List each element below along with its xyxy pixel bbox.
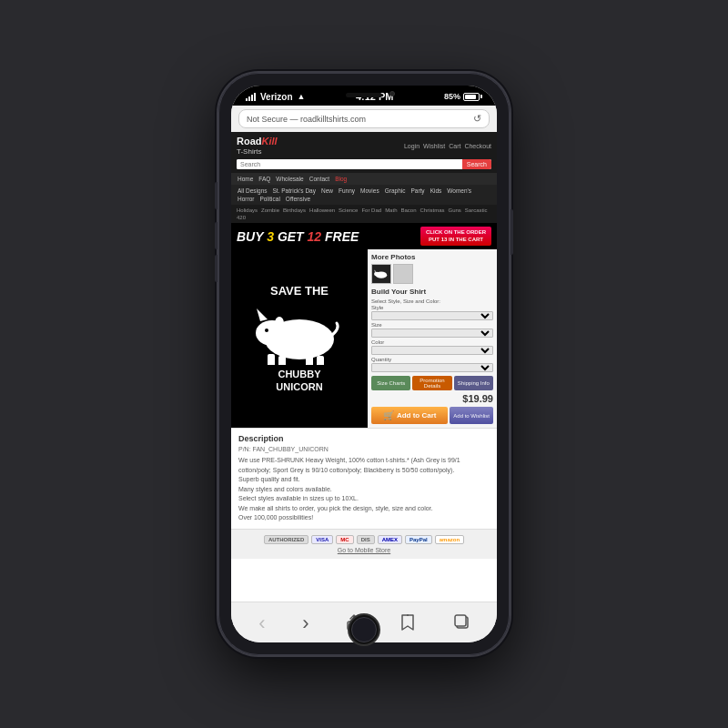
- search-bar[interactable]: Search: [237, 159, 491, 169]
- cart-row: 🛒 Add to Cart Add to Wishlist: [371, 407, 493, 424]
- add-to-cart-button[interactable]: 🛒 Add to Cart: [371, 407, 448, 424]
- shipping-info-button[interactable]: Shipping Info: [454, 376, 493, 390]
- signal-bar-4: [254, 93, 256, 101]
- svg-point-8: [265, 329, 268, 332]
- payment-amazon: amazon: [435, 535, 464, 544]
- subnav-fordad[interactable]: For Dad: [359, 207, 383, 214]
- payment-visa: VISA: [311, 535, 333, 544]
- select-color[interactable]: [371, 346, 493, 355]
- description-area: Description P/N: FAN_CHUBBY_UNICORN We u…: [231, 428, 497, 529]
- svg-rect-5: [306, 354, 313, 365]
- site-header: RoadKill T-Shirts Login Wishlist Cart Ch…: [231, 132, 497, 173]
- subnav-christmas[interactable]: Christmas: [418, 207, 446, 214]
- home-button-inner: [351, 617, 377, 642]
- payment-mc: MC: [336, 535, 353, 544]
- all-designs-nav: All Designs St. Patrick's Day New Funny …: [231, 185, 497, 205]
- battery-percent: 85%: [444, 92, 460, 101]
- price-row: $19.99: [371, 393, 493, 404]
- subnav-bacon[interactable]: Bacon: [399, 207, 418, 214]
- nav-all-designs[interactable]: All Designs: [235, 187, 270, 195]
- nav-political[interactable]: Political: [257, 195, 282, 203]
- header-cart[interactable]: Cart: [449, 143, 460, 149]
- browser-tabs-button[interactable]: [448, 612, 475, 635]
- subnav-halloween[interactable]: Halloween: [308, 207, 337, 214]
- label-size: Size: [371, 322, 493, 328]
- reload-button[interactable]: ↺: [473, 113, 481, 125]
- nav-stpatricks[interactable]: St. Patrick's Day: [270, 187, 318, 195]
- label-style: Style: [371, 305, 493, 310]
- browser-back-button[interactable]: ‹: [253, 610, 270, 637]
- select-style[interactable]: [371, 311, 493, 320]
- status-left: Verizon ▲: [246, 92, 306, 102]
- svg-rect-4: [278, 356, 286, 365]
- logo-sub: T-Shirts: [237, 147, 278, 157]
- sub-nav: Holidays Zombie Birthdays Halloween Scie…: [231, 205, 497, 223]
- nav-party[interactable]: Party: [408, 187, 427, 195]
- nav-home[interactable]: Home: [235, 175, 256, 183]
- subnav-birthdays[interactable]: Birthdays: [281, 207, 308, 214]
- header-wishlist[interactable]: Wishlist: [423, 143, 445, 149]
- battery-tip: [480, 95, 482, 98]
- subnav-guns[interactable]: Guns: [447, 207, 463, 214]
- browser-bookmarks-button[interactable]: [394, 611, 421, 636]
- search-button[interactable]: Search: [462, 159, 491, 169]
- battery-fill: [465, 95, 476, 99]
- subnav-420[interactable]: 420: [235, 214, 248, 221]
- subnav-sarcastic[interactable]: Sarcastic: [463, 207, 490, 214]
- nav-horror[interactable]: Horror: [235, 195, 257, 203]
- select-size[interactable]: [371, 329, 493, 338]
- browser-forward-button[interactable]: ›: [297, 610, 314, 637]
- nav-graphic[interactable]: Graphic: [382, 187, 409, 195]
- nav-contact[interactable]: Contact: [307, 175, 332, 183]
- action-buttons: Size Charts Promotion Details Shipping I…: [371, 376, 493, 390]
- thumb-2[interactable]: [393, 264, 413, 284]
- subnav-math[interactable]: Math: [383, 207, 399, 214]
- description-text: We use PRE-SHRUNK Heavy Weight, 100% cot…: [238, 456, 490, 523]
- website-content[interactable]: RoadKill T-Shirts Login Wishlist Cart Ch…: [231, 132, 497, 602]
- address-text: Not Secure — roadkilltshirts.com: [247, 115, 366, 124]
- subnav-zombie[interactable]: Zombie: [259, 207, 281, 214]
- signal-bar-2: [248, 96, 250, 101]
- nav-offensive[interactable]: Offensive: [283, 195, 313, 203]
- promo-num3: 3: [267, 229, 274, 244]
- subnav-holidays[interactable]: Holidays: [235, 207, 259, 214]
- select-quantity[interactable]: [371, 363, 493, 372]
- promo-cta[interactable]: CLICK ON THE ORDER PUT 13 IN THE CART: [420, 227, 491, 247]
- address-bar[interactable]: Not Secure — roadkilltshirts.com ↺: [238, 109, 490, 128]
- battery-icon: [463, 93, 482, 101]
- rhino-svg: [249, 301, 349, 365]
- nav-blog[interactable]: Blog: [332, 175, 349, 183]
- nav-womens[interactable]: Women's: [444, 187, 474, 195]
- nav-kids[interactable]: Kids: [428, 187, 445, 195]
- search-input[interactable]: [237, 159, 462, 169]
- home-button[interactable]: [348, 613, 380, 646]
- label-quantity: Quantity: [371, 357, 493, 362]
- subnav-science[interactable]: Science: [337, 207, 359, 214]
- carrier-name: Verizon: [260, 92, 293, 102]
- signal-bar-3: [251, 95, 253, 101]
- site-header-top: RoadKill T-Shirts Login Wishlist Cart Ch…: [237, 136, 491, 157]
- mobile-store-link[interactable]: Go to Mobile Store: [338, 547, 390, 553]
- nav-funny[interactable]: Funny: [336, 187, 358, 195]
- size-chart-button[interactable]: Size Charts: [371, 376, 410, 390]
- nav-movies[interactable]: Movies: [358, 187, 382, 195]
- nav-wholesale[interactable]: Wholesale: [273, 175, 306, 183]
- logo-road: Road: [237, 136, 262, 147]
- form-qty-row: Quantity: [371, 357, 493, 372]
- battery-body: [463, 93, 480, 101]
- payment-amex: AMEX: [378, 535, 402, 544]
- svg-point-10: [374, 272, 379, 277]
- nav-new[interactable]: New: [318, 187, 336, 195]
- nav-faq[interactable]: FAQ: [256, 175, 273, 183]
- product-area: SAVE THE: [231, 249, 497, 428]
- phone-speaker: [346, 93, 382, 97]
- phone-screen: Verizon ▲ 4:12 PM 85% Not Secure — roadk…: [231, 86, 497, 642]
- address-bar-row: Not Secure — roadkilltshirts.com ↺: [231, 106, 497, 132]
- header-checkout[interactable]: Checkout: [464, 143, 491, 149]
- header-login[interactable]: Login: [404, 143, 420, 149]
- wishlist-button[interactable]: Add to Wishlist: [450, 407, 493, 424]
- promo-details-button[interactable]: Promotion Details: [412, 376, 451, 390]
- svg-rect-14: [455, 615, 466, 626]
- thumb-main[interactable]: [371, 264, 391, 284]
- main-nav: Home FAQ Wholesale Contact Blog: [231, 173, 497, 185]
